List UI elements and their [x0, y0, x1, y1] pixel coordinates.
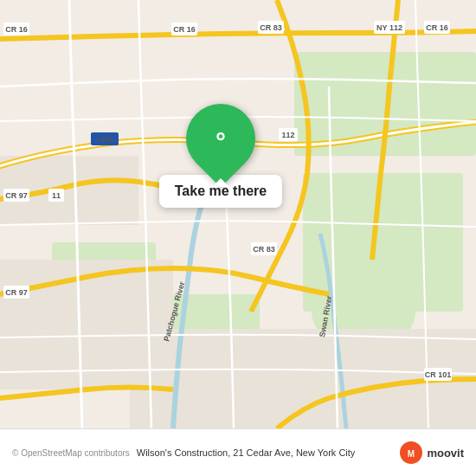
svg-text:CR 97: CR 97	[5, 288, 28, 297]
svg-text:CR 83: CR 83	[260, 23, 282, 32]
moovit-icon: M	[399, 441, 423, 465]
popup-label: Take me there	[175, 183, 267, 198]
svg-text:CR 16: CR 16	[5, 25, 28, 34]
take-me-there-button[interactable]: Take me there	[159, 175, 282, 208]
svg-text:NY 112: NY 112	[376, 23, 402, 32]
svg-text:11: 11	[52, 191, 61, 200]
map-attribution: © OpenStreetMap contributors	[12, 448, 130, 458]
svg-text:M: M	[408, 449, 415, 459]
svg-text:CR 83: CR 83	[253, 245, 275, 254]
location-info: Wilson's Construction, 21 Cedar Ave, New…	[137, 447, 400, 458]
moovit-text: moovit	[427, 447, 464, 460]
map: CR 16 CR 16 CR 16 NY 112 CR 83 CR 83 I 4…	[0, 0, 476, 428]
bottom-bar: © OpenStreetMap contributors Wilson's Co…	[0, 428, 476, 476]
svg-text:I 495: I 495	[96, 135, 113, 144]
svg-rect-8	[130, 329, 303, 428]
svg-text:112: 112	[281, 131, 294, 139]
svg-text:CR 16: CR 16	[173, 25, 196, 34]
svg-text:CR 16: CR 16	[426, 23, 448, 32]
svg-text:CR 101: CR 101	[425, 370, 452, 379]
svg-text:CR 97: CR 97	[5, 191, 28, 200]
moovit-logo: M moovit	[399, 441, 464, 465]
